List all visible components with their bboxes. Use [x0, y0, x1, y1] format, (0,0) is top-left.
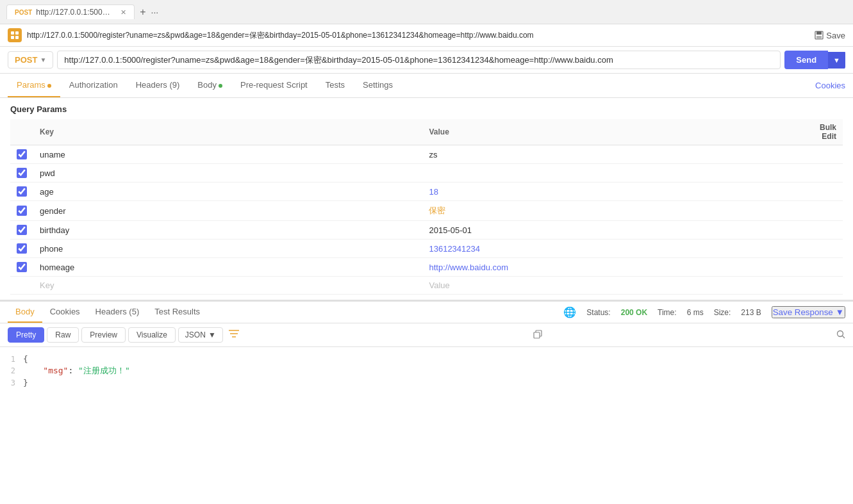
search-button[interactable] [836, 330, 845, 341]
raw-button[interactable]: Raw [47, 327, 79, 343]
row-key-cell: pwd [33, 164, 422, 183]
save-response-button[interactable]: Save Response ▼ [772, 306, 845, 318]
row-value: zs [429, 150, 437, 159]
cookies-link[interactable]: Cookies [815, 81, 845, 90]
json-colon: : [68, 366, 78, 375]
size-value: 213 B [741, 308, 761, 317]
visualize-button[interactable]: Visualize [128, 327, 176, 343]
tab-headers[interactable]: Headers (9) [127, 74, 189, 97]
code-line: 2 "msg": "注册成功！" [0, 364, 853, 377]
json-brace: { [23, 354, 28, 364]
query-params-title: Query Params [10, 104, 843, 114]
row-value-cell [422, 164, 813, 183]
time-value: 6 ms [687, 308, 704, 317]
row-key-cell: uname [33, 145, 422, 164]
row-value-cell: 18 [422, 183, 813, 201]
json-brace: } [23, 378, 28, 387]
request-toolbar: POST ▼ Send ▼ [0, 47, 853, 74]
table-row: homeage http://www.baidu.com [10, 258, 843, 277]
tab-params[interactable]: Params [8, 74, 60, 97]
row-key: gender [40, 206, 65, 216]
method-select[interactable]: POST ▼ [8, 51, 53, 69]
query-params-section: Query Params Key Value Bulk Edit uname z… [0, 98, 853, 295]
col-value-header: Value [422, 119, 813, 145]
save-button[interactable]: Save [815, 31, 845, 40]
row-bulk-cell [813, 240, 843, 258]
response-status-bar: 🌐 Status: 200 OK Time: 6 ms Size: 213 B … [563, 306, 845, 318]
row-checkbox-cell [10, 145, 33, 164]
row-value-cell: http://www.baidu.com [422, 258, 813, 277]
tab-pre-request[interactable]: Pre-request Script [231, 74, 317, 97]
row-checkbox-cell [10, 201, 33, 221]
code-content: } [23, 378, 28, 387]
table-row: pwd [10, 164, 843, 183]
code-content: { [23, 354, 28, 364]
rtab-headers[interactable]: Headers (5) [88, 302, 147, 323]
rtab-test-results[interactable]: Test Results [147, 302, 208, 323]
send-button-group: Send ▼ [784, 51, 845, 69]
request-tabs: Params Authorization Headers (9) Body Pr… [0, 74, 853, 98]
params-dot [47, 84, 51, 88]
row-key-cell: phone [33, 240, 422, 258]
empty-bulk-cell [813, 277, 843, 295]
more-options[interactable]: ··· [151, 7, 159, 17]
url-input[interactable] [57, 51, 781, 69]
row-value: 18 [429, 187, 438, 197]
row-checkbox[interactable] [17, 206, 27, 216]
tab-close-icon[interactable]: ✕ [120, 8, 126, 17]
code-content: "msg": "注册成功！" [23, 365, 130, 377]
svg-rect-0 [11, 31, 14, 35]
svg-rect-3 [15, 36, 19, 39]
app-icon [8, 28, 22, 42]
tab-body[interactable]: Body [188, 74, 231, 97]
row-value-cell: 13612341234 [422, 240, 813, 258]
send-main-button[interactable]: Send [784, 51, 828, 69]
rtab-cookies[interactable]: Cookies [42, 302, 88, 323]
tab-tests[interactable]: Tests [317, 74, 354, 97]
size-label: Size: [714, 308, 731, 317]
line-number: 2 [0, 366, 23, 375]
line-number: 1 [0, 355, 23, 364]
col-bulk-header[interactable]: Bulk Edit [813, 119, 843, 145]
row-value-cell: zs [422, 145, 813, 164]
json-key: "msg" [43, 366, 68, 375]
code-line: 3 } [0, 377, 853, 388]
send-dropdown-button[interactable]: ▼ [828, 52, 845, 69]
preview-button[interactable]: Preview [81, 327, 126, 343]
row-checkbox[interactable] [17, 149, 27, 159]
browser-chrome: POST http://127.0.0.1:5000/re... ✕ + ··· [0, 0, 853, 24]
body-dot [219, 84, 222, 88]
response-code-area: 1 { 2 "msg": "注册成功！" 3 } [0, 347, 853, 411]
row-checkbox[interactable] [17, 225, 27, 235]
tab-settings[interactable]: Settings [354, 74, 402, 97]
empty-value-cell[interactable]: Value [422, 277, 813, 295]
row-checkbox[interactable] [17, 168, 27, 178]
row-checkbox-cell [10, 183, 33, 201]
filter-button[interactable] [228, 329, 240, 341]
row-key: pwd [40, 168, 55, 178]
empty-key-cell[interactable]: Key [33, 277, 422, 295]
rtab-body[interactable]: Body [8, 302, 42, 323]
svg-rect-5 [816, 31, 822, 35]
row-checkbox-cell [10, 164, 33, 183]
row-value-cell: 2015-05-01 [422, 221, 813, 240]
browser-tab[interactable]: POST http://127.0.0.1:5000/re... ✕ [6, 4, 135, 19]
row-checkbox[interactable] [17, 186, 27, 197]
address-url: http://127.0.0.1:5000/register?uname=zs&… [27, 30, 809, 41]
status-label: Status: [586, 308, 610, 317]
svg-rect-2 [11, 36, 14, 39]
add-tab-button[interactable]: + [140, 6, 145, 18]
row-value: http://www.baidu.com [429, 263, 508, 272]
tab-url: http://127.0.0.1:5000/re... [36, 8, 113, 17]
pretty-button[interactable]: Pretty [8, 327, 44, 343]
row-checkbox[interactable] [17, 262, 27, 272]
json-chevron-icon: ▼ [208, 330, 216, 339]
copy-button[interactable] [533, 330, 542, 341]
row-key-cell: homeage [33, 258, 422, 277]
json-format-select[interactable]: JSON ▼ [178, 327, 223, 343]
table-row: phone 13612341234 [10, 240, 843, 258]
tab-authorization[interactable]: Authorization [60, 74, 127, 97]
row-checkbox[interactable] [17, 243, 27, 254]
method-label: POST [15, 55, 37, 65]
row-key: uname [40, 150, 65, 159]
